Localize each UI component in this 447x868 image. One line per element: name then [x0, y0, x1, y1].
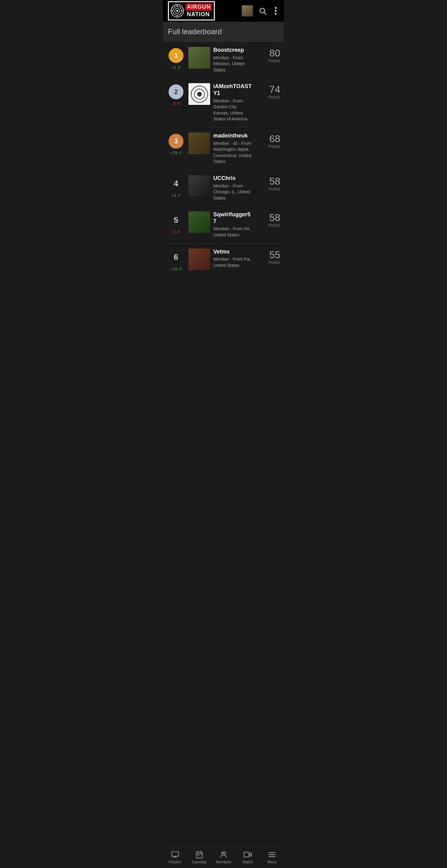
member-avatar-image — [188, 249, 210, 270]
member-avatar-image — [188, 83, 210, 105]
rank-change: +4 ↺ — [171, 193, 181, 198]
rank-badge: 1 — [169, 48, 183, 63]
member-avatar-image — [188, 132, 210, 154]
member-subtitle: Member · From Garden City, Kansas, Unite… — [213, 98, 252, 122]
leaderboard-item[interactable]: 2 -1 ↺ iAMzehTOASTY1 Member · From Garde… — [163, 78, 284, 128]
refresh-icon: ↺ — [177, 65, 181, 70]
logo-airgun: AIRGUN — [186, 3, 212, 11]
rank-badge: 5 — [169, 213, 183, 227]
member-name: Vetmx — [213, 249, 252, 255]
member-avatar — [188, 83, 210, 105]
more-options-button[interactable] — [272, 7, 279, 15]
member-subtitle: Member · From PA, United States — [213, 226, 252, 238]
rank-change: +15 ↺ — [170, 267, 182, 272]
post-column: 80 Post(s) — [256, 47, 280, 63]
watch-label: Watch — [242, 860, 253, 864]
nav-menu[interactable]: Menu — [263, 850, 281, 864]
member-subtitle: Member · From Missouri, United States — [213, 55, 252, 73]
logo-nation: NATION — [186, 11, 212, 18]
calendar-label: Calendar — [192, 860, 207, 864]
svg-point-10 — [275, 7, 276, 9]
member-avatar-image — [188, 47, 210, 69]
post-label: Post(s) — [269, 187, 280, 191]
rank-change: -1 ↺ — [172, 101, 180, 106]
members-label: Members — [216, 860, 231, 864]
nav-members[interactable]: Members — [214, 850, 233, 864]
member-name: Sqwirlfugger57 — [213, 211, 252, 225]
member-info: UCChris Member · From Chicago, IL, Unite… — [213, 175, 252, 201]
member-info: Sqwirlfugger57 Member · From PA, United … — [213, 211, 252, 238]
search-button[interactable] — [259, 7, 267, 15]
dots-vertical-icon — [272, 7, 279, 15]
leaderboard-content: 1 +1 ↺ Boostcreep Member · From Missouri… — [163, 42, 284, 299]
refresh-icon: ↺ — [178, 151, 182, 155]
leaderboard-item[interactable]: 1 +1 ↺ Boostcreep Member · From Missouri… — [163, 42, 284, 78]
refresh-icon: ↺ — [177, 193, 181, 198]
svg-marker-21 — [249, 853, 251, 857]
svg-rect-14 — [196, 852, 202, 858]
nav-watch[interactable]: Watch — [238, 850, 257, 864]
rank-column: 3 +78 ↺ — [167, 132, 185, 155]
member-avatar — [188, 211, 210, 233]
member-info: iAMzehTOASTY1 Member · From Garden City,… — [213, 83, 252, 122]
rank-column: 1 +1 ↺ — [167, 47, 185, 70]
member-name: madeintheuk — [213, 132, 252, 140]
post-label: Post(s) — [269, 95, 280, 99]
leaderboard-item[interactable]: 4 +4 ↺ UCChris Member · From Chicago, IL… — [163, 170, 284, 206]
rank-change: +1 ↺ — [171, 65, 181, 70]
rank-column: 5 -1 ↺ — [167, 211, 185, 234]
member-avatar-image — [188, 211, 210, 233]
post-column: 58 Post(s) — [256, 175, 280, 191]
svg-point-12 — [275, 13, 276, 15]
rank-badge: 2 — [169, 85, 183, 99]
refresh-icon: ↺ — [178, 267, 182, 271]
member-subtitle: Member · From Chicago, IL, United States — [213, 183, 252, 202]
avatar-image — [242, 5, 253, 17]
rank-change: -1 ↺ — [172, 229, 180, 234]
logo-box: AIRGUN NATION — [168, 1, 215, 20]
forums-icon — [171, 850, 179, 859]
leaderboard-list: 1 +1 ↺ Boostcreep Member · From Missouri… — [163, 42, 284, 277]
rank-badge: 4 — [169, 176, 183, 191]
svg-rect-22 — [244, 852, 249, 857]
post-column: 74 Post(s) — [256, 83, 280, 99]
member-info: Boostcreep Member · From Missouri, Unite… — [213, 47, 252, 73]
nav-forums[interactable]: Forums — [166, 850, 184, 864]
post-column: 58 Post(s) — [256, 211, 280, 227]
member-subtitle: Member · From Pa, United States — [213, 256, 252, 269]
post-column: 55 Post(s) — [256, 249, 280, 265]
rank-column: 4 +4 ↺ — [167, 175, 185, 198]
member-name: iAMzehTOASTY1 — [213, 83, 252, 96]
svg-rect-18 — [198, 855, 199, 856]
leaderboard-item[interactable]: 3 +78 ↺ madeintheuk Member · 40 · From W… — [163, 128, 284, 170]
refresh-icon: ↺ — [177, 101, 180, 106]
page-title-bar: Full leaderboard — [163, 22, 284, 42]
member-avatar-image — [188, 175, 210, 197]
user-avatar[interactable] — [242, 5, 253, 17]
post-label: Post(s) — [269, 59, 280, 63]
rank-badge: 6 — [169, 250, 183, 265]
leaderboard-item[interactable]: 6 +15 ↺ Vetmx Member · From Pa, United S… — [163, 244, 284, 277]
leaderboard-item[interactable]: 5 -1 ↺ Sqwirlfugger57 Member · From PA, … — [163, 206, 284, 243]
logo[interactable]: AIRGUN NATION — [168, 1, 215, 20]
member-name: Boostcreep — [213, 47, 252, 54]
logo-target-icon — [171, 4, 184, 18]
nav-calendar[interactable]: Calendar — [190, 850, 209, 864]
menu-label: Menu — [267, 860, 276, 864]
search-icon — [259, 7, 267, 15]
post-count: 68 — [269, 134, 280, 144]
members-icon — [219, 850, 228, 859]
member-info: Vetmx Member · From Pa, United States — [213, 249, 252, 269]
rank-column: 6 +15 ↺ — [167, 249, 185, 272]
page-title: Full leaderboard — [168, 27, 279, 36]
member-info: madeintheuk Member · 40 · From Washingto… — [213, 132, 252, 165]
post-count: 74 — [269, 85, 280, 94]
app-header: AIRGUN NATION — [163, 0, 284, 22]
member-name: UCChris — [213, 175, 252, 182]
svg-line-9 — [264, 12, 266, 14]
menu-icon — [268, 850, 276, 859]
svg-point-3 — [176, 10, 178, 12]
member-subtitle: Member · 40 · From Washington depot, Con… — [213, 141, 252, 165]
member-avatar — [188, 47, 210, 69]
calendar-icon — [195, 850, 203, 859]
